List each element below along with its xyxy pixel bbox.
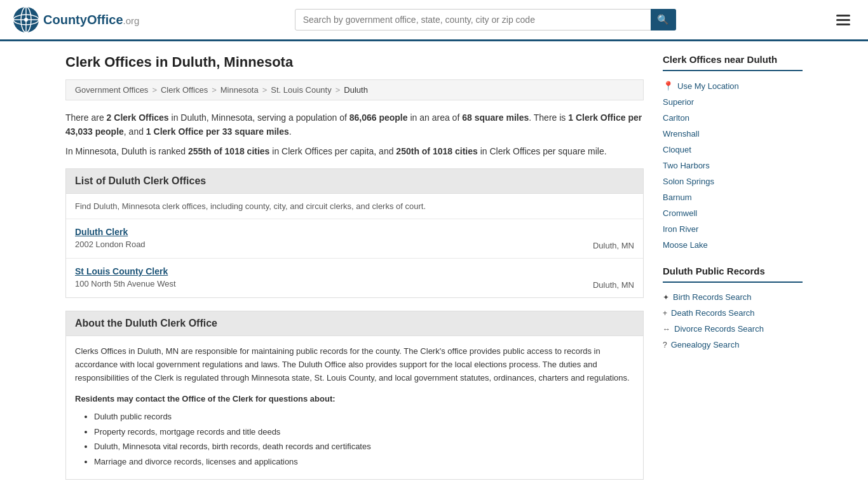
office-item-row-1: Duluth Clerk 2002 London Road Duluth, MN bbox=[75, 227, 634, 250]
residents-list: Duluth public records Property records, … bbox=[75, 410, 634, 468]
sidebar-link-carlton[interactable]: Carlton bbox=[663, 110, 803, 126]
stats-section: There are 2 Clerk Offices in Duluth, Min… bbox=[65, 111, 644, 158]
sidebar: Clerk Offices near Duluth 📍 Use My Locat… bbox=[663, 54, 803, 480]
sidebar-link-iron-river[interactable]: Iron River bbox=[663, 221, 803, 237]
office-link-2[interactable]: St Louis County Clerk bbox=[75, 266, 168, 276]
about-body-text: Clerks Offices in Duluth, MN are respons… bbox=[75, 345, 634, 384]
breadcrumb-item-clerk-offices[interactable]: Clerk Offices bbox=[161, 85, 208, 95]
sidebar-link-wrenshall[interactable]: Wrenshall bbox=[663, 126, 803, 142]
breadcrumb: Government Offices > Clerk Offices > Min… bbox=[65, 79, 644, 100]
office-address-1: 2002 London Road bbox=[75, 240, 146, 249]
location-icon: 📍 bbox=[663, 81, 674, 91]
breadcrumb-item-minnesota[interactable]: Minnesota bbox=[220, 85, 259, 95]
list-item: Marriage and divorce records, licenses a… bbox=[94, 456, 634, 468]
sidebar-nearby-title: Clerk Offices near Duluth bbox=[663, 54, 803, 71]
office-list: Find Duluth, Minnesota clerk offices, in… bbox=[65, 194, 644, 298]
stats-paragraph-2: In Minnesota, Duluth is ranked 255th of … bbox=[65, 144, 644, 158]
office-city-2: Duluth, MN bbox=[593, 280, 634, 290]
sidebar-link-genealogy[interactable]: ? Genealogy Search bbox=[663, 337, 803, 353]
logo-area: CountyOffice.org bbox=[13, 6, 139, 33]
sidebar-link-two-harbors[interactable]: Two Harbors bbox=[663, 158, 803, 173]
sidebar-public-records-section: Duluth Public Records ✦ Birth Records Se… bbox=[663, 266, 803, 353]
office-left-1: Duluth Clerk 2002 London Road bbox=[75, 227, 146, 249]
menu-button[interactable] bbox=[831, 12, 855, 28]
sidebar-link-death-records[interactable]: + Death Records Search bbox=[663, 305, 803, 321]
breadcrumb-sep-1: > bbox=[152, 85, 157, 95]
divorce-records-label: Divorce Records Search bbox=[674, 324, 764, 334]
main-container: Clerk Offices in Duluth, Minnesota Gover… bbox=[53, 41, 815, 488]
list-item: Duluth, Minnesota vital records, birth r… bbox=[94, 440, 634, 453]
sidebar-link-birth-records[interactable]: ✦ Birth Records Search bbox=[663, 289, 803, 305]
breadcrumb-sep-3: > bbox=[262, 85, 268, 95]
divorce-records-icon: ↔ bbox=[663, 325, 670, 334]
logo-icon bbox=[13, 6, 39, 33]
stats-area: 68 square miles bbox=[462, 112, 529, 123]
birth-records-icon: ✦ bbox=[663, 293, 669, 302]
sidebar-nearby-section: Clerk Offices near Duluth 📍 Use My Locat… bbox=[663, 54, 803, 253]
sidebar-link-superior[interactable]: Superior bbox=[663, 94, 803, 110]
stats-count: 2 Clerk Offices bbox=[107, 112, 169, 123]
header: CountyOffice.org 🔍 bbox=[0, 0, 868, 41]
sidebar-link-moose-lake[interactable]: Moose Lake bbox=[663, 237, 803, 253]
death-records-icon: + bbox=[663, 309, 667, 318]
logo-text: CountyOffice.org bbox=[43, 13, 139, 27]
office-name-2: St Louis County Clerk bbox=[75, 266, 176, 276]
office-list-description: Find Duluth, Minnesota clerk offices, in… bbox=[66, 194, 643, 219]
hamburger-icon bbox=[836, 15, 850, 25]
sidebar-link-barnum[interactable]: Barnum bbox=[663, 189, 803, 205]
sidebar-public-records-title: Duluth Public Records bbox=[663, 266, 803, 283]
office-city-1: Duluth, MN bbox=[593, 241, 634, 250]
search-button[interactable]: 🔍 bbox=[651, 9, 676, 30]
list-item: Duluth public records bbox=[94, 410, 634, 423]
breadcrumb-sep-4: > bbox=[336, 85, 341, 95]
genealogy-label: Genealogy Search bbox=[671, 340, 740, 349]
sidebar-link-divorce-records[interactable]: ↔ Divorce Records Search bbox=[663, 321, 803, 337]
use-location-label: Use My Location bbox=[677, 81, 739, 91]
breadcrumb-item-st-louis[interactable]: St. Louis County bbox=[271, 85, 331, 95]
about-section: About the Duluth Clerk Office Clerks Off… bbox=[65, 311, 644, 480]
breadcrumb-sep-2: > bbox=[212, 85, 217, 95]
genealogy-icon: ? bbox=[663, 341, 667, 349]
sidebar-link-cloquet[interactable]: Cloquet bbox=[663, 142, 803, 158]
office-item-st-louis-clerk: St Louis County Clerk 100 North 5th Aven… bbox=[66, 259, 643, 297]
search-area: 🔍 bbox=[295, 9, 676, 30]
sidebar-link-cromwell[interactable]: Cromwell bbox=[663, 205, 803, 221]
sidebar-use-location[interactable]: 📍 Use My Location bbox=[663, 78, 803, 94]
residents-label: Residents may contact the Office of the … bbox=[75, 393, 634, 406]
about-section-header: About the Duluth Clerk Office bbox=[65, 311, 644, 336]
list-item: Property records, mortgage records and t… bbox=[94, 426, 634, 438]
search-input[interactable] bbox=[295, 9, 676, 30]
list-section-header: List of Duluth Clerk Offices bbox=[65, 168, 644, 194]
search-icon: 🔍 bbox=[657, 14, 669, 25]
office-address-2: 100 North 5th Avenue West bbox=[75, 279, 176, 288]
breadcrumb-item-govt-offices[interactable]: Government Offices bbox=[75, 85, 148, 95]
stats-population: 86,066 people bbox=[349, 112, 408, 123]
breadcrumb-current: Duluth bbox=[344, 85, 368, 95]
office-left-2: St Louis County Clerk 100 North 5th Aven… bbox=[75, 266, 176, 288]
about-content: Clerks Offices in Duluth, MN are respons… bbox=[65, 336, 644, 480]
sidebar-link-solon-springs[interactable]: Solon Springs bbox=[663, 173, 803, 189]
office-item-row-2: St Louis County Clerk 100 North 5th Aven… bbox=[75, 266, 634, 290]
office-name-1: Duluth Clerk bbox=[75, 227, 146, 237]
stats-per-mile: 1 Clerk Office per 33 square miles bbox=[146, 126, 289, 137]
death-records-label: Death Records Search bbox=[671, 308, 755, 318]
stats-paragraph-1: There are 2 Clerk Offices in Duluth, Min… bbox=[65, 111, 644, 139]
office-item-duluth-clerk: Duluth Clerk 2002 London Road Duluth, MN bbox=[66, 219, 643, 259]
stats-rank-capita: 255th of 1018 cities bbox=[188, 146, 269, 156]
office-link-1[interactable]: Duluth Clerk bbox=[75, 227, 128, 237]
content: Clerk Offices in Duluth, Minnesota Gover… bbox=[65, 54, 644, 480]
birth-records-label: Birth Records Search bbox=[673, 292, 752, 302]
stats-rank-sqmile: 250th of 1018 cities bbox=[396, 146, 477, 156]
page-title: Clerk Offices in Duluth, Minnesota bbox=[65, 54, 644, 71]
